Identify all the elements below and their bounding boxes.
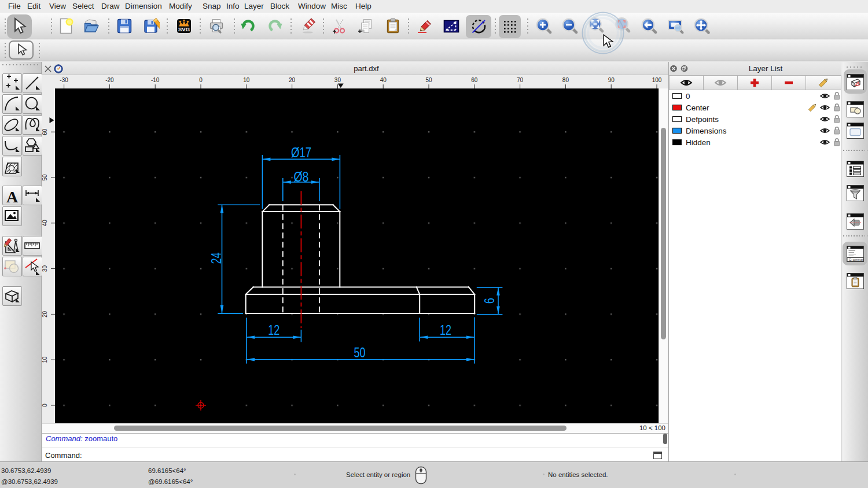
svg-text:70: 70 (517, 77, 524, 83)
svg-text:6: 6 (482, 298, 497, 304)
svg-text:Hidden: Hidden (686, 138, 711, 147)
svg-text:0: 0 (199, 77, 203, 83)
svg-text:Defpoints: Defpoints (686, 115, 719, 124)
svg-text:40: 40 (380, 77, 387, 83)
svg-text:50: 50 (42, 174, 48, 181)
svg-text:30: 30 (334, 77, 341, 83)
svg-text:C: command: C: command (849, 258, 864, 261)
svg-text:10: 10 (243, 77, 250, 83)
svg-text:Ø17: Ø17 (291, 145, 311, 160)
svg-text:24: 24 (209, 252, 224, 264)
svg-text:90: 90 (608, 77, 615, 83)
svg-text:100: 100 (652, 77, 662, 83)
svg-text:SVG: SVG (178, 26, 190, 32)
svg-text:60: 60 (471, 77, 478, 83)
svg-text:30: 30 (42, 265, 48, 272)
svg-text:0: 0 (42, 404, 48, 407)
svg-text:10: 10 (42, 356, 48, 363)
svg-text:60: 60 (42, 128, 48, 135)
svg-text:-20: -20 (105, 77, 114, 83)
svg-text:0: 0 (686, 92, 690, 101)
svg-text:Center: Center (686, 103, 709, 112)
svg-text:50: 50 (354, 345, 366, 360)
svg-text:-10: -10 (151, 77, 160, 83)
svg-text:A: A (6, 188, 19, 206)
svg-text:-30: -30 (60, 77, 68, 83)
svg-text:20: 20 (289, 77, 296, 83)
svg-text:Layer List: Layer List (749, 64, 783, 73)
svg-text:12: 12 (268, 323, 279, 338)
svg-text:50: 50 (425, 77, 432, 83)
svg-text:12: 12 (440, 323, 451, 338)
svg-text:20: 20 (42, 310, 48, 317)
svg-text:part.dxf: part.dxf (354, 64, 379, 73)
svg-text:Ø8: Ø8 (293, 169, 308, 184)
svg-text:40: 40 (42, 220, 48, 227)
svg-text:80: 80 (562, 77, 569, 83)
svg-text:Dimensions: Dimensions (686, 127, 727, 135)
